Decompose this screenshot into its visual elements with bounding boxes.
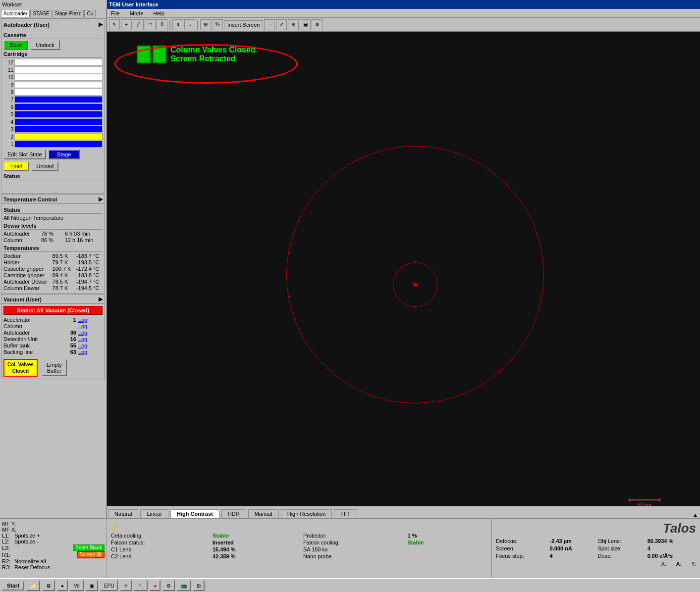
- accelerator-log[interactable]: Log: [78, 317, 103, 323]
- autoloader-title: Autoloader (User): [3, 22, 50, 28]
- menu-file[interactable]: File: [109, 10, 122, 16]
- screen-lift-button[interactable]: Screen lift: [77, 551, 105, 558]
- start-button[interactable]: Start: [2, 581, 24, 591]
- tab-cu[interactable]: Cu: [84, 10, 96, 17]
- sa-label: SA 150 kx: [303, 546, 404, 552]
- protector-label: Protector:: [303, 533, 404, 539]
- taskbar-monitor[interactable]: ▣: [86, 580, 98, 591]
- l2-label: L2:: [2, 539, 14, 544]
- autoloader-vac-log[interactable]: Log: [78, 330, 103, 336]
- tab-linear[interactable]: Linear: [140, 509, 168, 518]
- holder-c: -193.5 °C: [76, 259, 103, 265]
- edit-slot-state-button[interactable]: Edit Slot State: [3, 149, 46, 159]
- tab-autoloader[interactable]: Autoloader: [1, 10, 30, 17]
- tab-stage[interactable]: STAGE: [30, 10, 52, 17]
- column-vac-log[interactable]: Log: [78, 323, 103, 329]
- bottom-mid-panel: ⚠ Ceta cooling: Stable Protector: 1 % Fa…: [107, 519, 492, 578]
- col-valves-closed-button[interactable]: Col. ValvesClosed: [3, 359, 38, 377]
- column-dewar-temp-c: -194.5 °C: [76, 285, 103, 291]
- workset-bar: Workset: [0, 0, 107, 9]
- taskbar-crane[interactable]: ⚙: [162, 580, 175, 591]
- insert-screen-button[interactable]: Insert Screen: [224, 20, 263, 29]
- slot-2: 2: [3, 133, 103, 140]
- buffer-tank-log[interactable]: Log: [78, 343, 103, 348]
- load-button[interactable]: Load: [3, 161, 29, 171]
- tab-high-contrast[interactable]: High Contrast: [170, 509, 219, 518]
- taskbar-wrench[interactable]: 🔧: [134, 580, 148, 591]
- temperature-expand[interactable]: ▶: [99, 196, 103, 202]
- sep2: [197, 20, 198, 30]
- detection-unit-log[interactable]: Log: [78, 336, 103, 342]
- col-valves-overlay: Column Valves Closed Screen Retracted: [122, 42, 266, 67]
- c1-lens-val: 15.494 %: [213, 546, 299, 552]
- taskbar-folder[interactable]: 📁: [26, 580, 40, 591]
- rect-tool[interactable]: □: [145, 19, 156, 30]
- pause-tool[interactable]: ⏸: [172, 19, 183, 30]
- settings-tool[interactable]: ⚙: [312, 19, 323, 30]
- add-tool[interactable]: +: [121, 19, 132, 30]
- taskbar-dots[interactable]: ⁜: [120, 580, 132, 591]
- status-area: [3, 181, 103, 191]
- zero-tool[interactable]: 0: [157, 19, 167, 30]
- vacuum-expand[interactable]: ▶: [99, 296, 103, 302]
- grid-tool[interactable]: ⊞: [288, 19, 299, 30]
- workset-title: Workset: [2, 1, 22, 7]
- l3-label: L3:: [2, 545, 14, 551]
- mf-y-label: MF Y:: [2, 521, 16, 527]
- slot-1: 1: [3, 141, 103, 148]
- vacuum-body: Status: All Vacuum (Closed) Accelerator …: [1, 304, 105, 379]
- stage-button[interactable]: Stage: [48, 149, 80, 159]
- r2-row: R2: Normalize all: [2, 558, 105, 564]
- empty-buffer-button[interactable]: EmptyBuffer: [42, 359, 67, 376]
- bottom-right-panel: Talos Defocus: -2.43 µm Obj Lens: 86.393…: [492, 519, 700, 578]
- protector-val: 1 %: [407, 533, 487, 539]
- vacuum-section: Vacuum (User) ▶ Status: All Vacuum (Clos…: [1, 295, 105, 379]
- obj-lens-label: Obj Lens:: [598, 538, 645, 544]
- expand-tool[interactable]: ⤢: [276, 19, 287, 30]
- backing-line-log[interactable]: Log: [78, 349, 103, 355]
- unload-button[interactable]: Unload: [31, 161, 58, 171]
- monitor-tool[interactable]: ▣: [300, 19, 311, 30]
- tab-stage-piezo[interactable]: Stage Piezo: [53, 10, 84, 17]
- autoloader-section: Autoloader (User) ▶ Cassette Dock Undock…: [1, 20, 105, 194]
- circle-tool[interactable]: ○: [184, 19, 195, 30]
- dock-button[interactable]: Dock: [3, 40, 28, 50]
- taskbar-monitor2[interactable]: 📺: [177, 580, 191, 591]
- tab-high-resolution[interactable]: High Resolution: [281, 509, 332, 518]
- talos-brand-row: Talos: [496, 521, 696, 536]
- taskbar-app2[interactable]: ●: [57, 580, 68, 591]
- slot-10: 10: [3, 74, 103, 81]
- arrow-tool[interactable]: →: [264, 19, 275, 30]
- mf-y-row: MF Y:: [2, 521, 105, 527]
- l2-row: L2: Spotsize -: [2, 539, 105, 544]
- taskbar-red[interactable]: ●: [150, 580, 161, 591]
- menu-help[interactable]: Help: [151, 10, 166, 16]
- taskbar-grid[interactable]: ⊞: [193, 580, 205, 591]
- taskbar-app1[interactable]: 🖥: [42, 580, 55, 591]
- cursor-tool[interactable]: ↖: [109, 19, 120, 30]
- scroll-up-indicator[interactable]: ▲: [693, 512, 698, 518]
- menu-mode[interactable]: Mode: [128, 10, 146, 16]
- tab-natural[interactable]: Natural: [108, 509, 138, 518]
- zoom-tool[interactable]: ⊞: [200, 19, 211, 30]
- tab-hdr[interactable]: HDR: [221, 509, 246, 518]
- slot-12: 12: [3, 59, 103, 66]
- line-tool[interactable]: ╱: [133, 19, 144, 30]
- docker-k: 89.5 K: [53, 253, 74, 259]
- focus-step-val: 4: [550, 553, 595, 559]
- tab-fft[interactable]: FFT: [334, 509, 357, 518]
- cartridge-gripper-k: 89.4 K: [53, 272, 74, 278]
- temps-label: Temperatures: [3, 245, 103, 252]
- vacuum-status: Status: All Vacuum (Closed): [3, 306, 103, 315]
- column-vac-val: [55, 323, 76, 329]
- autoloader-vac-val: 36: [55, 330, 76, 336]
- taskbar-ve[interactable]: Ve: [70, 580, 84, 591]
- slot-5: 5: [3, 111, 103, 118]
- beam-blank-indicator: Beam Blank: [73, 544, 105, 551]
- taskbar-epu[interactable]: EPU: [100, 580, 118, 591]
- col-valves-line1: Column Valves Closed: [170, 46, 256, 54]
- percent-tool[interactable]: %: [212, 19, 223, 30]
- tab-manual[interactable]: Manual: [248, 509, 279, 518]
- autoloader-expand[interactable]: ▶: [99, 21, 103, 28]
- undock-button[interactable]: Undock: [30, 40, 60, 50]
